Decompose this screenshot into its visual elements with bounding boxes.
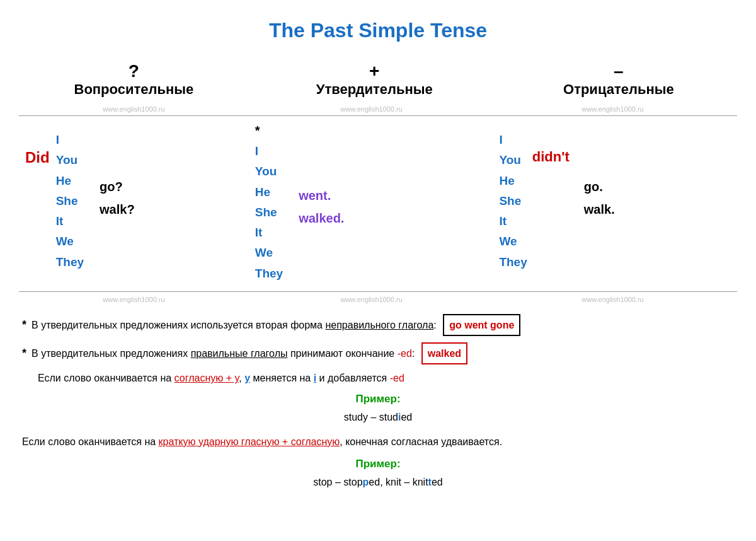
question-pronouns: I You He She It We They <box>56 130 84 272</box>
watermark-n: www.english1000.ru <box>581 105 643 113</box>
watermark-bottom-a: www.english1000.ru <box>340 296 402 303</box>
affirmative-verbs: went. walked. <box>299 184 344 230</box>
pronoun-We-q: We <box>56 231 84 252</box>
negative-symbol: – <box>500 61 737 81</box>
verb-walk-q: walk? <box>100 198 135 221</box>
pronoun-It-a: It <box>255 223 283 243</box>
irregular-verb-box: go went gone <box>443 314 520 336</box>
note-4: Если слово оканчивается на краткую ударн… <box>22 433 734 450</box>
affirmative-label: Утвердительные <box>253 81 497 98</box>
pronoun-They-q: They <box>56 252 84 272</box>
pronoun-You-q: You <box>56 150 84 170</box>
note-3: Если слово оканчивается на согласную + y… <box>38 369 734 387</box>
watermark-bottom-n: www.english1000.ru <box>581 296 643 303</box>
verb-go-q: go? <box>100 175 135 198</box>
negative-column: I You He She It We They didn't go. w <box>493 116 737 292</box>
verb-walk-n: walk. <box>584 198 615 221</box>
note-2-text: В утвердительных предложениях правильные… <box>32 342 467 364</box>
note-2-star: * <box>22 344 26 363</box>
affirmative-column: * I You He She It We They went <box>249 116 493 292</box>
page-title: The Past Simple Tense <box>19 19 737 42</box>
notes-section: * В утвердительных предложениях использу… <box>19 314 737 491</box>
example-1: Пример: study – studied <box>22 390 734 426</box>
example-2-content: stop – stopped, knit – knitted <box>22 474 734 491</box>
note-1-star: * <box>22 315 26 335</box>
question-column: Did I You He She It We They go? <box>19 116 249 292</box>
pronoun-I-q: I <box>56 130 84 150</box>
pronoun-He-q: He <box>56 171 84 191</box>
pronoun-They-n: They <box>499 252 527 272</box>
verb-walked-a: walked. <box>299 207 344 230</box>
affirmative-symbol: + <box>253 61 497 81</box>
verb-go-n: go. <box>584 175 615 198</box>
verb-went: went. <box>299 184 344 207</box>
content-table: Did I You He She It We They go? <box>19 115 737 292</box>
note-3-text: Если слово оканчивается на согласную + y… <box>38 373 404 383</box>
regular-verb-box: walked <box>421 342 467 364</box>
pronoun-He-n: He <box>499 171 527 191</box>
negative-label: Отрицательные <box>500 81 737 98</box>
watermark-q: www.english1000.ru <box>103 105 164 113</box>
pronoun-She-a: She <box>255 202 283 223</box>
pronoun-They-a: They <box>255 264 283 284</box>
didnt-word: didn't <box>532 149 570 165</box>
did-word: Did <box>25 149 50 166</box>
pronoun-You-n: You <box>499 150 527 170</box>
example-1-label: Пример: <box>22 390 734 409</box>
watermark-a: www.english1000.ru <box>340 105 402 113</box>
note-1: * В утвердительных предложениях использу… <box>22 314 734 336</box>
pronoun-We-a: We <box>255 243 283 263</box>
watermark-bottom-q: www.english1000.ru <box>103 296 164 303</box>
pronoun-It-q: It <box>56 211 84 231</box>
example-2: Пример: stop – stopped, knit – knitted <box>22 455 734 491</box>
note-2: * В утвердительных предложениях правильн… <box>22 342 734 364</box>
question-symbol: ? <box>19 61 249 81</box>
star-mark: * <box>255 124 260 137</box>
pronoun-He-a: He <box>255 182 283 202</box>
pronoun-She-n: She <box>499 191 527 211</box>
affirmative-pronouns: I You He She It We They <box>255 141 283 284</box>
example-2-label: Пример: <box>22 455 734 474</box>
pronoun-It-n: It <box>499 211 527 231</box>
negative-pronouns: I You He She It We They <box>499 130 527 272</box>
question-label: Вопросительные <box>19 81 249 98</box>
note-1-text: В утвердительных предложениях использует… <box>32 314 520 336</box>
column-headers: ? Вопросительные + Утвердительные – Отри… <box>19 61 737 99</box>
pronoun-You-a: You <box>255 161 283 182</box>
pronoun-I-n: I <box>499 130 527 150</box>
question-verbs: go? walk? <box>100 175 135 221</box>
note-4-text: Если слово оканчивается на краткую ударн… <box>22 436 502 447</box>
negative-verbs: go. walk. <box>584 175 615 221</box>
pronoun-She-q: She <box>56 191 84 211</box>
pronoun-I-a: I <box>255 141 283 161</box>
example-1-content: study – studied <box>22 409 734 426</box>
pronoun-We-n: We <box>499 231 527 252</box>
